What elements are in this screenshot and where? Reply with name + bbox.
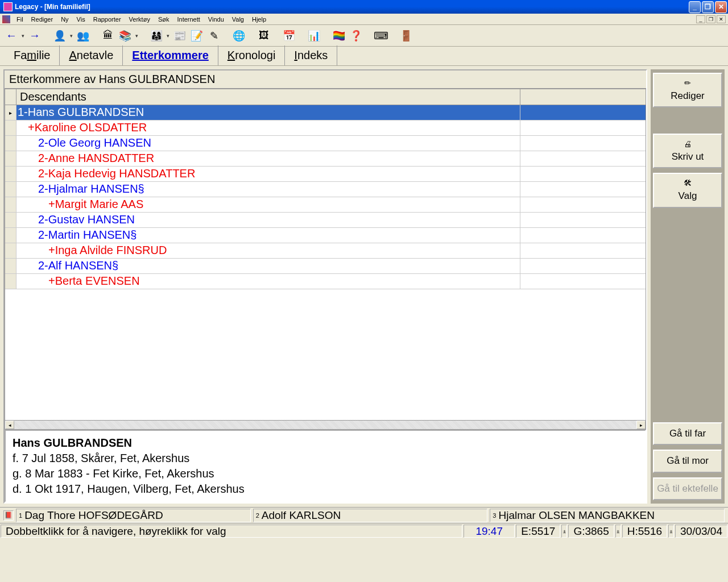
table-row[interactable]: +Berta EVENSEN	[5, 274, 646, 289]
row-right	[520, 105, 646, 120]
row-right	[520, 228, 646, 243]
menu-rediger[interactable]: Rediger	[27, 15, 57, 24]
gamor-button[interactable]: Gå til mor	[653, 450, 722, 472]
toolbar-globe-icon[interactable]: 🌐	[231, 28, 247, 44]
table-row[interactable]: 2-Ole Georg HANSEN	[5, 136, 646, 151]
toolbar-family-icon[interactable]: 👨‍👩‍👧	[148, 28, 164, 44]
rediger-button[interactable]: ✏Rediger	[653, 73, 722, 107]
gaektefelle-button[interactable]: Gå til ektefelle	[653, 477, 722, 500]
tab-indeks[interactable]: Indeks	[285, 45, 337, 65]
row-text: 2-Anne HANSDATTER	[16, 151, 520, 166]
menu-søk[interactable]: Søk	[154, 15, 173, 24]
window-controls: _ ❐ ✕	[689, 1, 727, 13]
nav-forward[interactable]: →	[27, 29, 43, 42]
menu-rapporter[interactable]: Rapporter	[89, 15, 125, 24]
mdi-restore[interactable]: ❐	[706, 15, 715, 23]
table-row[interactable]: +Karoline OLSDATTER	[5, 120, 646, 136]
toolbar-stripes-icon[interactable]: 🏳️‍🌈	[331, 28, 347, 44]
valg-button[interactable]: 🛠Valg	[653, 173, 722, 207]
grid-header-descendants[interactable]: Descendants	[16, 89, 520, 105]
skrivut-button[interactable]: 🖨Skriv ut	[653, 134, 722, 168]
grid-header-right[interactable]	[520, 89, 646, 105]
nav-back[interactable]: ←	[3, 29, 19, 42]
horizontal-scrollbar[interactable]: ◂ ▸	[5, 420, 646, 429]
row-selector	[5, 120, 16, 135]
toolbar-exit-icon[interactable]: 🚪	[398, 28, 414, 44]
mdi-controls: _ ❐ ✕	[696, 15, 726, 23]
toolbar-person-icon[interactable]: 👤	[52, 28, 68, 44]
table-row[interactable]: ▸1-Hans GULBRANDSEN	[5, 105, 646, 120]
panel-title: Etterkommere av Hans GULBRANDSEN	[5, 70, 646, 89]
mdi-close[interactable]: ✕	[717, 15, 726, 23]
toolbar-calendar-icon[interactable]: 📅	[281, 28, 297, 44]
minimize-button[interactable]: _	[689, 1, 701, 13]
valg-label: Valg	[679, 190, 697, 202]
table-row[interactable]: 2-Martin HANSEN§	[5, 228, 646, 243]
table-row[interactable]: 2-Kaja Hedevig HANSDATTER	[5, 167, 646, 182]
toolbar-family-drop[interactable]: ▾	[166, 33, 171, 39]
tab-familie[interactable]: Familie	[5, 45, 60, 65]
status-sep3: ±	[668, 525, 674, 538]
gafar-button[interactable]: Gå til far	[653, 422, 722, 445]
row-text: 2-Kaja Hedevig HANSDATTER	[16, 167, 520, 181]
toolbar-note-icon[interactable]: 📝	[189, 28, 205, 44]
pencil-icon: ✏	[684, 78, 691, 88]
table-row[interactable]: +Inga Alvilde FINSRUD	[5, 243, 646, 259]
toolbar-newspaper-icon[interactable]: 📰	[172, 28, 188, 44]
scroll-right[interactable]: ▸	[636, 421, 646, 429]
toolbar-photo-icon[interactable]: 🖼	[256, 28, 272, 44]
scroll-track[interactable]	[14, 421, 636, 429]
maximize-button[interactable]: ❐	[702, 1, 714, 13]
row-right	[520, 213, 646, 227]
menu-valg[interactable]: Valg	[228, 15, 248, 24]
toolbar-help-icon[interactable]: ❓	[348, 28, 364, 44]
row-text: +Karoline OLSDATTER	[16, 120, 520, 135]
nav-back-drop[interactable]: ▾	[20, 33, 26, 39]
toolbar-keyboard-icon[interactable]: ⌨	[373, 28, 389, 44]
scroll-left[interactable]: ◂	[5, 421, 14, 429]
menu-vis[interactable]: Vis	[73, 15, 89, 24]
toolbar-person-drop[interactable]: ▾	[69, 33, 74, 39]
table-row[interactable]: 2-Hjalmar HANSEN§	[5, 182, 646, 197]
detail-name: Hans GULBRANDSEN	[13, 435, 638, 451]
close-button[interactable]: ✕	[715, 1, 727, 13]
row-right	[520, 274, 646, 289]
bookmark-icon[interactable]: 📕	[3, 510, 14, 521]
status-e: E:5517	[516, 525, 560, 538]
toolbar-couple-icon[interactable]: 👥	[75, 28, 91, 44]
toolbar-edit-icon[interactable]: ✎	[206, 28, 222, 44]
printer-icon: 🖨	[684, 139, 692, 149]
toolbar-chart-icon[interactable]: 📊	[306, 28, 322, 44]
menu-ny[interactable]: Ny	[57, 15, 72, 24]
menu-hjelp[interactable]: Hjelp	[248, 15, 270, 24]
bookmark-3[interactable]: 3Hjalmar OLSEN MANGBAKKEN	[490, 509, 725, 522]
menu-vindu[interactable]: Vindu	[204, 15, 228, 24]
status-sep2: ±	[615, 525, 621, 538]
table-row[interactable]: +Margit Marie AAS	[5, 197, 646, 213]
row-right	[520, 136, 646, 151]
tab-etterkommere[interactable]: Etterkommere	[123, 45, 218, 65]
tab-anetavle[interactable]: Anetavle	[60, 45, 123, 65]
table-row[interactable]: 2-Gustav HANSEN	[5, 213, 646, 228]
grid-body[interactable]: ▸1-Hans GULBRANDSEN+Karoline OLSDATTER2-…	[5, 105, 646, 420]
tab-kronologi[interactable]: Kronologi	[218, 45, 286, 65]
mdi-minimize[interactable]: _	[696, 15, 705, 23]
table-row[interactable]: 2-Alf HANSEN§	[5, 259, 646, 274]
bookmark-2[interactable]: 2Adolf KARLSON	[253, 509, 488, 522]
menu-verktøy[interactable]: Verktøy	[125, 15, 154, 24]
row-text: 1-Hans GULBRANDSEN	[16, 105, 520, 120]
detail-birth: f. 7 Jul 1858, Skårer, Fet, Akershus	[13, 451, 638, 466]
bookmark-3-label: Hjalmar OLSEN MANGBAKKEN	[498, 509, 655, 522]
toolbar-books-icon[interactable]: 📚	[117, 28, 133, 44]
row-right	[520, 243, 646, 258]
toolbar-books-drop[interactable]: ▾	[134, 33, 139, 39]
table-row[interactable]: 2-Anne HANSDATTER	[5, 151, 646, 167]
row-selector	[5, 151, 16, 166]
content-area: Etterkommere av Hans GULBRANDSEN Descend…	[0, 66, 728, 507]
menu-internett[interactable]: Internett	[173, 15, 204, 24]
bookmark-1[interactable]: 1Dag Thore HOFSØDEGÅRD	[16, 509, 251, 522]
row-right	[520, 182, 646, 197]
menu-fil[interactable]: Fil	[13, 15, 27, 24]
row-selector	[5, 182, 16, 197]
toolbar-building1-icon[interactable]: 🏛	[100, 28, 116, 44]
